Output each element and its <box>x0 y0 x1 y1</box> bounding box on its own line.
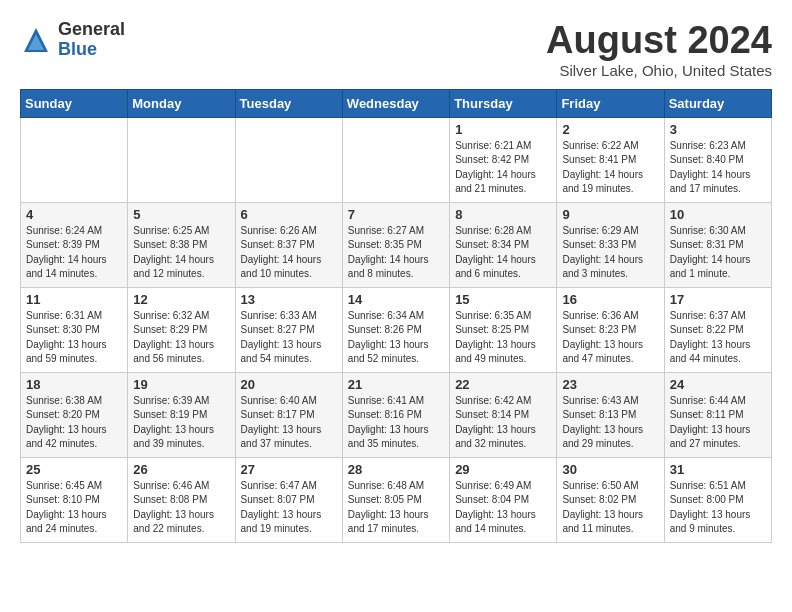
day-info: Sunrise: 6:29 AMSunset: 8:33 PMDaylight:… <box>562 224 658 282</box>
day-number: 3 <box>670 122 766 137</box>
day-number: 15 <box>455 292 551 307</box>
day-number: 28 <box>348 462 444 477</box>
calendar-week-row: 11Sunrise: 6:31 AMSunset: 8:30 PMDayligh… <box>21 287 772 372</box>
calendar-cell: 26Sunrise: 6:46 AMSunset: 8:08 PMDayligh… <box>128 457 235 542</box>
month-title: August 2024 <box>546 20 772 62</box>
calendar-cell <box>128 117 235 202</box>
day-info: Sunrise: 6:31 AMSunset: 8:30 PMDaylight:… <box>26 309 122 367</box>
calendar-cell: 27Sunrise: 6:47 AMSunset: 8:07 PMDayligh… <box>235 457 342 542</box>
calendar-cell: 7Sunrise: 6:27 AMSunset: 8:35 PMDaylight… <box>342 202 449 287</box>
calendar-cell: 18Sunrise: 6:38 AMSunset: 8:20 PMDayligh… <box>21 372 128 457</box>
day-info: Sunrise: 6:47 AMSunset: 8:07 PMDaylight:… <box>241 479 337 537</box>
day-info: Sunrise: 6:51 AMSunset: 8:00 PMDaylight:… <box>670 479 766 537</box>
day-info: Sunrise: 6:40 AMSunset: 8:17 PMDaylight:… <box>241 394 337 452</box>
calendar-cell: 30Sunrise: 6:50 AMSunset: 8:02 PMDayligh… <box>557 457 664 542</box>
calendar-cell <box>21 117 128 202</box>
calendar-cell: 1Sunrise: 6:21 AMSunset: 8:42 PMDaylight… <box>450 117 557 202</box>
day-number: 2 <box>562 122 658 137</box>
day-number: 17 <box>670 292 766 307</box>
day-info: Sunrise: 6:32 AMSunset: 8:29 PMDaylight:… <box>133 309 229 367</box>
day-info: Sunrise: 6:23 AMSunset: 8:40 PMDaylight:… <box>670 139 766 197</box>
calendar-cell: 31Sunrise: 6:51 AMSunset: 8:00 PMDayligh… <box>664 457 771 542</box>
calendar-cell: 2Sunrise: 6:22 AMSunset: 8:41 PMDaylight… <box>557 117 664 202</box>
weekday-header: Sunday <box>21 89 128 117</box>
day-info: Sunrise: 6:26 AMSunset: 8:37 PMDaylight:… <box>241 224 337 282</box>
day-number: 10 <box>670 207 766 222</box>
calendar-week-row: 25Sunrise: 6:45 AMSunset: 8:10 PMDayligh… <box>21 457 772 542</box>
day-number: 16 <box>562 292 658 307</box>
calendar-cell <box>235 117 342 202</box>
day-number: 23 <box>562 377 658 392</box>
day-number: 31 <box>670 462 766 477</box>
day-number: 14 <box>348 292 444 307</box>
calendar-cell: 28Sunrise: 6:48 AMSunset: 8:05 PMDayligh… <box>342 457 449 542</box>
calendar-cell: 10Sunrise: 6:30 AMSunset: 8:31 PMDayligh… <box>664 202 771 287</box>
logo: General Blue <box>20 20 125 60</box>
day-info: Sunrise: 6:39 AMSunset: 8:19 PMDaylight:… <box>133 394 229 452</box>
day-number: 21 <box>348 377 444 392</box>
day-number: 1 <box>455 122 551 137</box>
day-info: Sunrise: 6:48 AMSunset: 8:05 PMDaylight:… <box>348 479 444 537</box>
title-block: August 2024 Silver Lake, Ohio, United St… <box>546 20 772 79</box>
day-number: 9 <box>562 207 658 222</box>
calendar-cell: 19Sunrise: 6:39 AMSunset: 8:19 PMDayligh… <box>128 372 235 457</box>
calendar-cell: 25Sunrise: 6:45 AMSunset: 8:10 PMDayligh… <box>21 457 128 542</box>
weekday-header: Friday <box>557 89 664 117</box>
logo-text: General Blue <box>58 20 125 60</box>
calendar: SundayMondayTuesdayWednesdayThursdayFrid… <box>20 89 772 543</box>
calendar-cell: 22Sunrise: 6:42 AMSunset: 8:14 PMDayligh… <box>450 372 557 457</box>
calendar-cell: 20Sunrise: 6:40 AMSunset: 8:17 PMDayligh… <box>235 372 342 457</box>
calendar-cell: 24Sunrise: 6:44 AMSunset: 8:11 PMDayligh… <box>664 372 771 457</box>
day-info: Sunrise: 6:24 AMSunset: 8:39 PMDaylight:… <box>26 224 122 282</box>
day-number: 22 <box>455 377 551 392</box>
page-header: General Blue August 2024 Silver Lake, Oh… <box>20 20 772 79</box>
day-info: Sunrise: 6:22 AMSunset: 8:41 PMDaylight:… <box>562 139 658 197</box>
day-info: Sunrise: 6:45 AMSunset: 8:10 PMDaylight:… <box>26 479 122 537</box>
calendar-cell: 13Sunrise: 6:33 AMSunset: 8:27 PMDayligh… <box>235 287 342 372</box>
day-number: 30 <box>562 462 658 477</box>
day-info: Sunrise: 6:37 AMSunset: 8:22 PMDaylight:… <box>670 309 766 367</box>
weekday-header: Monday <box>128 89 235 117</box>
day-number: 19 <box>133 377 229 392</box>
day-info: Sunrise: 6:41 AMSunset: 8:16 PMDaylight:… <box>348 394 444 452</box>
calendar-cell: 12Sunrise: 6:32 AMSunset: 8:29 PMDayligh… <box>128 287 235 372</box>
day-info: Sunrise: 6:33 AMSunset: 8:27 PMDaylight:… <box>241 309 337 367</box>
day-number: 12 <box>133 292 229 307</box>
day-number: 6 <box>241 207 337 222</box>
day-number: 20 <box>241 377 337 392</box>
location: Silver Lake, Ohio, United States <box>546 62 772 79</box>
calendar-cell: 14Sunrise: 6:34 AMSunset: 8:26 PMDayligh… <box>342 287 449 372</box>
calendar-cell: 29Sunrise: 6:49 AMSunset: 8:04 PMDayligh… <box>450 457 557 542</box>
day-number: 11 <box>26 292 122 307</box>
day-number: 4 <box>26 207 122 222</box>
day-number: 5 <box>133 207 229 222</box>
day-info: Sunrise: 6:50 AMSunset: 8:02 PMDaylight:… <box>562 479 658 537</box>
day-number: 29 <box>455 462 551 477</box>
day-info: Sunrise: 6:36 AMSunset: 8:23 PMDaylight:… <box>562 309 658 367</box>
day-info: Sunrise: 6:49 AMSunset: 8:04 PMDaylight:… <box>455 479 551 537</box>
calendar-cell: 17Sunrise: 6:37 AMSunset: 8:22 PMDayligh… <box>664 287 771 372</box>
calendar-cell <box>342 117 449 202</box>
calendar-cell: 11Sunrise: 6:31 AMSunset: 8:30 PMDayligh… <box>21 287 128 372</box>
day-info: Sunrise: 6:27 AMSunset: 8:35 PMDaylight:… <box>348 224 444 282</box>
calendar-cell: 15Sunrise: 6:35 AMSunset: 8:25 PMDayligh… <box>450 287 557 372</box>
weekday-header: Thursday <box>450 89 557 117</box>
calendar-cell: 6Sunrise: 6:26 AMSunset: 8:37 PMDaylight… <box>235 202 342 287</box>
day-info: Sunrise: 6:43 AMSunset: 8:13 PMDaylight:… <box>562 394 658 452</box>
calendar-cell: 9Sunrise: 6:29 AMSunset: 8:33 PMDaylight… <box>557 202 664 287</box>
day-number: 24 <box>670 377 766 392</box>
day-info: Sunrise: 6:28 AMSunset: 8:34 PMDaylight:… <box>455 224 551 282</box>
day-info: Sunrise: 6:38 AMSunset: 8:20 PMDaylight:… <box>26 394 122 452</box>
day-info: Sunrise: 6:42 AMSunset: 8:14 PMDaylight:… <box>455 394 551 452</box>
weekday-header: Tuesday <box>235 89 342 117</box>
day-info: Sunrise: 6:46 AMSunset: 8:08 PMDaylight:… <box>133 479 229 537</box>
logo-general: General <box>58 20 125 40</box>
calendar-cell: 3Sunrise: 6:23 AMSunset: 8:40 PMDaylight… <box>664 117 771 202</box>
day-info: Sunrise: 6:30 AMSunset: 8:31 PMDaylight:… <box>670 224 766 282</box>
calendar-week-row: 4Sunrise: 6:24 AMSunset: 8:39 PMDaylight… <box>21 202 772 287</box>
day-number: 18 <box>26 377 122 392</box>
calendar-cell: 8Sunrise: 6:28 AMSunset: 8:34 PMDaylight… <box>450 202 557 287</box>
day-number: 7 <box>348 207 444 222</box>
day-info: Sunrise: 6:25 AMSunset: 8:38 PMDaylight:… <box>133 224 229 282</box>
logo-icon <box>20 24 52 56</box>
